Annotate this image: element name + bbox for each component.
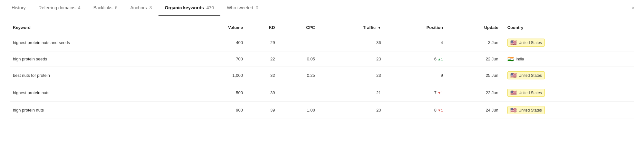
country-badge: 🇺🇸United States <box>507 71 545 79</box>
position-down-icon: ▼1 <box>437 91 443 95</box>
col-header-update: Update <box>446 21 501 34</box>
cell-volume: 400 <box>188 34 245 51</box>
cell-volume: 1,000 <box>188 67 245 84</box>
table-head: KeywordVolumeKDCPCTraffic ▼PositionUpdat… <box>10 21 634 34</box>
cell-position: 8▼1 <box>383 102 446 119</box>
tab-count-anchors: 3 <box>149 5 152 10</box>
cell-position: 9 <box>383 67 446 84</box>
position-down-icon: ▼1 <box>437 108 443 112</box>
table-row: high protein seeds700220.05236▲122 Jun🇮🇳… <box>10 51 634 67</box>
cell-keyword: high protein seeds <box>10 51 188 67</box>
cell-traffic: 23 <box>318 51 384 67</box>
col-header-kd: KD <box>245 21 278 34</box>
cell-volume: 700 <box>188 51 245 67</box>
sort-icon: ▼ <box>378 26 381 30</box>
country-name: United States <box>519 108 542 113</box>
country-flag: 🇺🇸 <box>510 72 517 78</box>
cell-cpc: — <box>277 34 317 51</box>
col-header-keyword: Keyword <box>10 21 188 34</box>
cell-kd: 39 <box>245 84 278 102</box>
country-name: India <box>516 57 524 61</box>
cell-update: 3 Jun <box>446 34 501 51</box>
table-body: highest protein nuts and seeds40029—3643… <box>10 34 634 119</box>
cell-position: 4 <box>383 34 446 51</box>
country-flag: 🇺🇸 <box>510 90 517 96</box>
table-row: high protein nuts900391.00208▼124 Jun🇺🇸U… <box>10 102 634 119</box>
cell-cpc: 0.05 <box>277 51 317 67</box>
tab-anchors[interactable]: Anchors 3 <box>124 0 158 16</box>
cell-keyword: highest protein nuts and seeds <box>10 34 188 51</box>
cell-country: 🇺🇸United States <box>501 34 634 51</box>
cell-kd: 29 <box>245 34 278 51</box>
close-button[interactable]: × <box>628 3 639 14</box>
tab-bar: HistoryReferring domains 4Backlinks 6Anc… <box>0 0 644 16</box>
country-name: United States <box>519 91 542 95</box>
keywords-table: KeywordVolumeKDCPCTraffic ▼PositionUpdat… <box>10 21 634 119</box>
cell-position: 6▲1 <box>383 51 446 67</box>
col-header-traffic[interactable]: Traffic ▼ <box>318 21 384 34</box>
col-header-country: Country <box>501 21 634 34</box>
table-row: highest protein nuts and seeds40029—3643… <box>10 34 634 51</box>
table-row: highest protein nuts50039—217▼122 Jun🇺🇸U… <box>10 84 634 102</box>
cell-keyword: high protein nuts <box>10 102 188 119</box>
country-flag: 🇺🇸 <box>510 107 517 113</box>
tab-count-organic-keywords: 470 <box>207 5 214 10</box>
cell-position: 7▼1 <box>383 84 446 102</box>
table-container: KeywordVolumeKDCPCTraffic ▼PositionUpdat… <box>0 16 644 124</box>
tab-who-tweeted[interactable]: Who tweeted 0 <box>220 0 264 16</box>
cell-volume: 900 <box>188 102 245 119</box>
cell-update: 25 Jun <box>446 67 501 84</box>
position-up-icon: ▲1 <box>437 57 443 61</box>
cell-country: 🇮🇳India <box>501 51 634 67</box>
cell-keyword: best nuts for protein <box>10 67 188 84</box>
country-badge: 🇺🇸United States <box>507 89 545 97</box>
country-plain: 🇮🇳India <box>507 56 524 62</box>
country-badge: 🇺🇸United States <box>507 106 545 114</box>
cell-country: 🇺🇸United States <box>501 102 634 119</box>
cell-country: 🇺🇸United States <box>501 67 634 84</box>
col-header-position: Position <box>383 21 446 34</box>
cell-update: 22 Jun <box>446 84 501 102</box>
cell-cpc: 0.25 <box>277 67 317 84</box>
col-header-volume: Volume <box>188 21 245 34</box>
tab-count-referring-domains: 4 <box>78 5 81 10</box>
col-header-cpc: CPC <box>277 21 317 34</box>
cell-traffic: 21 <box>318 84 384 102</box>
tab-referring-domains[interactable]: Referring domains 4 <box>32 0 87 16</box>
tab-organic-keywords[interactable]: Organic keywords 470 <box>159 0 221 16</box>
cell-kd: 39 <box>245 102 278 119</box>
table-row: best nuts for protein1,000320.2523925 Ju… <box>10 67 634 84</box>
cell-traffic: 36 <box>318 34 384 51</box>
cell-traffic: 23 <box>318 67 384 84</box>
cell-kd: 22 <box>245 51 278 67</box>
country-flag: 🇺🇸 <box>510 40 517 46</box>
country-name: United States <box>519 73 542 78</box>
cell-volume: 500 <box>188 84 245 102</box>
cell-kd: 32 <box>245 67 278 84</box>
tab-backlinks[interactable]: Backlinks 6 <box>87 0 124 16</box>
tab-history[interactable]: History <box>5 0 32 16</box>
country-name: United States <box>519 40 542 45</box>
cell-cpc: — <box>277 84 317 102</box>
cell-cpc: 1.00 <box>277 102 317 119</box>
tab-count-who-tweeted: 0 <box>256 5 258 10</box>
country-flag: 🇮🇳 <box>507 56 514 62</box>
cell-update: 24 Jun <box>446 102 501 119</box>
cell-country: 🇺🇸United States <box>501 84 634 102</box>
tab-count-backlinks: 6 <box>115 5 118 10</box>
country-badge: 🇺🇸United States <box>507 39 545 47</box>
cell-update: 22 Jun <box>446 51 501 67</box>
cell-traffic: 20 <box>318 102 384 119</box>
cell-keyword: highest protein nuts <box>10 84 188 102</box>
